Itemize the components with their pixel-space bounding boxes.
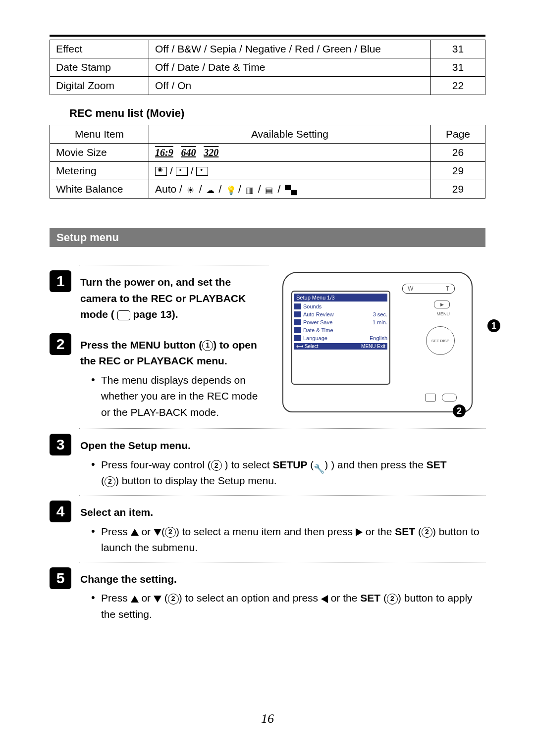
- lcd-row: LanguageEnglish: [294, 334, 387, 342]
- lcd-foot-exit: MENU Exit: [361, 344, 385, 349]
- callout-2-ref: 2: [105, 476, 115, 487]
- sounds-icon: [294, 303, 301, 309]
- steps-and-figure-row: 1 Turn the power on, and set the camera …: [50, 262, 485, 425]
- lcd-label: Sounds: [303, 303, 321, 309]
- step-5-title: Change the setting.: [80, 571, 485, 588]
- metering-center-icon: [176, 167, 188, 176]
- step-1-title: Turn the power on, and set the camera to…: [80, 274, 268, 323]
- step-4: 4 Select an item. Press or (2) to select…: [50, 501, 485, 559]
- four-way-control: SET DISP: [426, 326, 455, 355]
- icon-320: 320: [204, 147, 218, 158]
- lcd-label: Language: [303, 335, 327, 341]
- callout-2-ref: 2: [168, 594, 179, 605]
- cell-page: 29: [431, 162, 485, 180]
- power-save-icon: [294, 319, 301, 325]
- zoom-tele-label: T: [446, 285, 449, 292]
- setup-menu-bar: Setup menu: [50, 228, 485, 247]
- table-row: Date Stamp Off / Date / Date & Time 31: [50, 58, 485, 77]
- text: Press: [101, 526, 128, 537]
- th-setting: Available Setting: [149, 125, 431, 144]
- step-5: 5 Change the setting. Press or (2) to se…: [50, 567, 485, 626]
- dot-rule: [79, 562, 485, 562]
- wb-fluorescent-l-icon: ▤: [265, 185, 276, 194]
- step-4-body: Press or (2) to select a menu item and t…: [80, 524, 485, 556]
- step-3-body: Press four-way control (2 ) to select SE…: [80, 457, 485, 489]
- lcd-value: English: [370, 335, 387, 341]
- table-row: White Balance Auto / ☀/ ☁/ 💡/ ▥/ ▤/ ▀▄ 2…: [50, 180, 485, 199]
- lcd-row: Date & Time: [294, 326, 387, 334]
- wb-auto-label: Auto /: [155, 183, 182, 195]
- manual-page: Effect Off / B&W / Sepia / Negative / Re…: [0, 0, 535, 756]
- cell-item: Date Stamp: [50, 58, 149, 77]
- lcd-footer: ⟷ Select MENU Exit: [294, 343, 387, 350]
- text: ) to select a menu item and then press: [176, 526, 353, 537]
- callout-1-ref: 1: [202, 340, 213, 351]
- dot-rule: [79, 495, 485, 496]
- table-row: Movie Size 16:9 640 320 26: [50, 144, 485, 162]
- auto-review-icon: [294, 311, 301, 317]
- step-5-body: Press or (2) to select an option and pre…: [80, 590, 485, 622]
- metering-spot-icon: [196, 167, 208, 176]
- cell-page: 26: [431, 144, 485, 162]
- cell-item: Movie Size: [50, 144, 149, 162]
- step-number-badge: 4: [50, 501, 71, 522]
- text: or the: [366, 526, 392, 537]
- movie-size-icons: 16:9 640 320: [155, 147, 223, 158]
- step-1: 1 Turn the power on, and set the camera …: [50, 270, 268, 325]
- text: (: [164, 592, 168, 604]
- cell-setting: Off / B&W / Sepia / Negative / Red / Gre…: [149, 40, 431, 58]
- cell-page: 22: [431, 77, 485, 95]
- metering-multi-icon: [155, 167, 167, 176]
- text: ) button to display the Setup menu.: [115, 475, 277, 486]
- lcd-value: 1 min.: [373, 319, 387, 325]
- playback-button-icon: ▶: [434, 301, 450, 308]
- date-time-icon: [294, 327, 301, 333]
- callout-2-ref: 2: [211, 460, 222, 471]
- text-bold: SET: [395, 526, 415, 537]
- text: page 13).: [133, 308, 178, 320]
- step-number-badge: 5: [50, 567, 71, 589]
- text: Press the MENU button (: [80, 339, 202, 351]
- step-2: 2 Press the MENU button (1) to open the …: [50, 333, 268, 424]
- bullet: Press or (2) to select a menu item and t…: [94, 524, 485, 556]
- page-number: 16: [0, 711, 535, 726]
- lcd-label: Power Save: [303, 319, 332, 325]
- dot-rule: [79, 428, 485, 429]
- text: ): [324, 459, 328, 470]
- step-2-title: Press the MENU button (1) to open the RE…: [80, 337, 268, 369]
- arrow-up-icon: [131, 596, 139, 603]
- text: or: [141, 526, 151, 537]
- button-icon: [425, 394, 436, 402]
- text: Press: [101, 592, 128, 604]
- arrow-down-icon: [154, 596, 161, 603]
- cell-page: 31: [431, 58, 485, 77]
- table-row: Digital Zoom Off / On 22: [50, 77, 485, 95]
- top-rule: [50, 35, 485, 37]
- lcd-row: Auto Review3 sec.: [294, 310, 387, 318]
- text-bold: SETUP: [272, 459, 307, 470]
- cell-item: White Balance: [50, 180, 149, 199]
- lcd-label: Auto Review: [303, 311, 334, 317]
- step-number-badge: 2: [50, 333, 71, 355]
- dpad-center-label: SET DISP: [431, 339, 449, 343]
- arrow-down-icon: [154, 529, 161, 536]
- table-header-row: Menu Item Available Setting Page: [50, 125, 485, 144]
- arrow-left-icon: [321, 595, 328, 603]
- table-row: Effect Off / B&W / Sepia / Negative / Re…: [50, 40, 485, 58]
- camera-body: Setup Menu 1/3 Sounds Auto Review3 sec. …: [282, 272, 473, 412]
- bullet: The menu displays depends on whether you…: [94, 372, 268, 421]
- pointer-hand-icon: [117, 310, 130, 320]
- step-number-badge: 1: [50, 270, 71, 292]
- bullet: Press four-way control (2 ) to select SE…: [94, 457, 485, 489]
- step-3-title: Open the Setup menu.: [80, 438, 485, 454]
- text: or the: [331, 592, 358, 604]
- cell-setting: Auto / ☀/ ☁/ 💡/ ▥/ ▤/ ▀▄: [149, 180, 431, 199]
- text: (: [418, 526, 422, 537]
- icon-16-9: 16:9: [155, 147, 173, 158]
- bullet: Press or (2) to select an option and pre…: [94, 590, 485, 622]
- dot-rule: [79, 328, 268, 328]
- text: ) and then press the: [331, 459, 424, 470]
- arrow-right-icon: [356, 528, 363, 536]
- text: or: [141, 592, 151, 604]
- top-settings-table: Effect Off / B&W / Sepia / Negative / Re…: [50, 40, 485, 95]
